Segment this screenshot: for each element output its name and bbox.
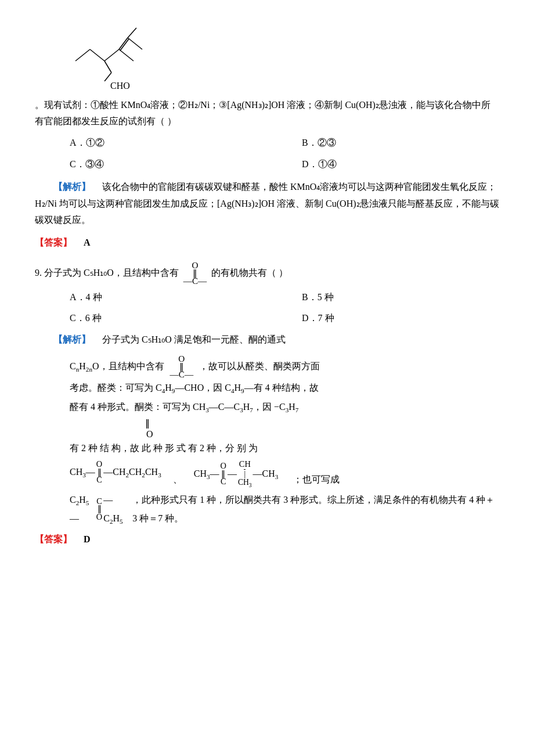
option-a[interactable]: A．①② [35, 135, 267, 152]
also-written: ；也可写成 [293, 471, 340, 488]
q9-third-text: ，此种形式只有 1 种，所以酮类共有 3 种形式。综上所述，满足条件的有机物共有… [132, 491, 499, 528]
q9-ketone-c-line: ‖ [145, 417, 499, 430]
svg-line-7 [120, 39, 129, 51]
svg-line-8 [128, 38, 142, 49]
struct1: CH3— O ‖ C —CH2CH2CH3 [70, 460, 161, 485]
q9-stem: 9. 分子式为 C₅H₁₀O，且结构中含有 O ‖ —C— 的有机物共有（ ） [35, 261, 499, 286]
q9-jiexi-tag: 【解析】 [53, 334, 91, 344]
q9-option-a[interactable]: A．4 种 [35, 289, 267, 306]
q9-jiexi-block: 【解析】 分子式为 C₅H₁₀O 满足饱和一元醛、酮的通式 [35, 332, 499, 348]
svg-line-2 [104, 49, 119, 61]
q9-jiexi-text1: 分子式为 C₅H₁₀O 满足饱和一元醛、酮的通式 [102, 334, 286, 344]
q9-aldehyde-text: 醛有 4 种形式。酮类：可写为 CH3—C—C3H7，因 −C3H7 [70, 398, 499, 417]
q9-option-c[interactable]: C．6 种 [35, 310, 267, 327]
svg-line-9 [128, 28, 136, 38]
jiexi-tag: 【解析】 [53, 182, 91, 192]
cn-formula: CnH2nO，且结构中含有 [70, 357, 164, 376]
q9-two-kinds: 有 2 种 结 构，故 此 种 形 式 有 2 种，分 别 为 [70, 439, 499, 458]
q9-text1: 分子式为 C₅H₁₀O，且结构中含有 [44, 265, 179, 282]
carbonyl-inline2: O ‖ —C— [170, 354, 194, 379]
page-content: CHO 。现有试剂：①酸性 KMnO₄溶液；②H₂/Ni；③[Ag(NH₃)₂]… [35, 17, 499, 548]
svg-line-1 [90, 49, 104, 61]
option-c[interactable]: C．③④ [35, 156, 267, 173]
q9-two-structs: CH3— O ‖ C —CH2CH2CH3 、 CH3— O ‖ [70, 460, 499, 488]
q9-num: 9. [35, 265, 42, 282]
q9-ketone-o-line: O [146, 430, 499, 439]
svg-line-0 [75, 49, 90, 61]
cho-label: CHO [110, 78, 499, 95]
jiexi-text: 该化合物中的官能团有碳碳双键和醛基，酸性 KMnO₄溶液均可以与这两种官能团发生… [35, 182, 499, 225]
option-b[interactable]: B．②③ [267, 135, 499, 152]
answer-line: 【答案】 A [35, 235, 499, 251]
option-d[interactable]: D．①④ [267, 156, 499, 173]
jiexi-block: 【解析】 该化合物中的官能团有碳碳双键和醛基，酸性 KMnO₄溶液均可以与这两种… [35, 179, 499, 229]
daan-tag: 【答案】 [35, 237, 72, 247]
q9-formula-line: CnH2nO，且结构中含有 O ‖ —C— ，故可以从醛类、酮类两方面 [70, 354, 499, 379]
q9-answer-value: D [84, 534, 91, 544]
svg-line-3 [119, 49, 134, 61]
struct2: CH3— O ‖ C — CH | CH3 —CH3 [194, 460, 279, 488]
options-row-1: A．①② B．②③ [35, 135, 499, 152]
question-intro-text: 。现有试剂：①酸性 KMnO₄溶液；②H₂/Ni；③[Ag(NH₃)₂]OH 溶… [35, 97, 499, 131]
q9-consider-text: 考虑。醛类：可写为 C4H9—CHO，因 C4H9—有 4 种结构，故 [70, 379, 499, 398]
q9-text2: 的有机物共有（ ） [211, 265, 288, 282]
q9-daan-tag: 【答案】 [35, 534, 72, 544]
answer-value: A [84, 237, 91, 247]
q9-options-row-1: A．4 种 B．5 种 [35, 289, 499, 306]
q9-third-struct: C2H5— C ‖ O —C2H5 ，此种形式只有 1 种，所以酮类共有 3 种… [70, 491, 499, 528]
question-9: 9. 分子式为 C₅H₁₀O，且结构中含有 O ‖ —C— 的有机物共有（ ） … [35, 261, 499, 548]
carbonyl-inline: O ‖ —C— [183, 261, 207, 286]
q9-jiexi-text3-part1: ，故可以从醛类、酮类两方面 [199, 357, 320, 376]
svg-line-4 [104, 61, 111, 73]
molecule-structure [70, 17, 499, 87]
q9-answer-line: 【答案】 D [35, 531, 499, 548]
question-intro-line: 。现有试剂：①酸性 KMnO₄溶液；②H₂/Ni；③[Ag(NH₃)₂]OH 溶… [35, 97, 499, 131]
options-row-2: C．③④ D．①④ [35, 156, 499, 173]
q9-option-b[interactable]: B．5 种 [267, 289, 499, 306]
molecule-svg [70, 17, 163, 81]
q9-options-row-2: C．6 种 D．7 种 [35, 310, 499, 327]
q9-option-d[interactable]: D．7 种 [267, 310, 499, 327]
svg-line-6 [119, 38, 128, 49]
struct-sep: 、 [173, 471, 182, 488]
